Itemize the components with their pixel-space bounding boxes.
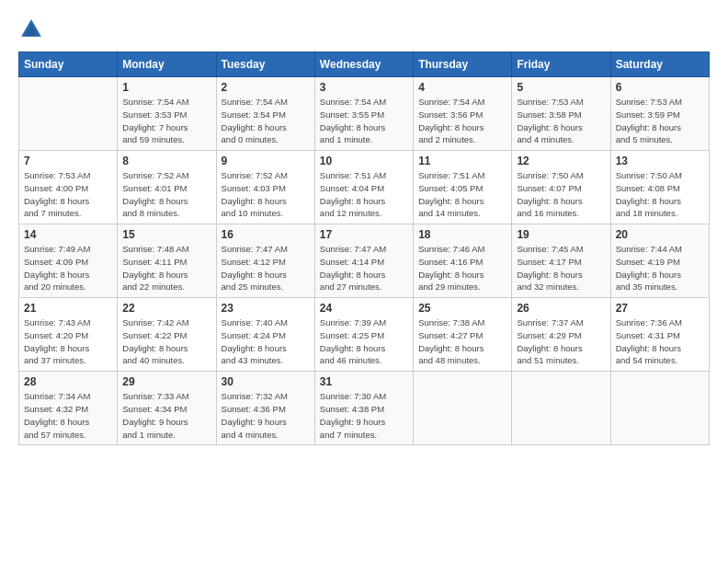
day-info: Sunrise: 7:46 AM Sunset: 4:16 PM Dayligh… xyxy=(418,243,506,293)
day-info: Sunrise: 7:40 AM Sunset: 4:24 PM Dayligh… xyxy=(222,316,310,367)
day-info: Sunrise: 7:50 AM Sunset: 4:07 PM Dayligh… xyxy=(517,169,605,220)
day-cell: 24Sunrise: 7:39 AM Sunset: 4:25 PM Dayli… xyxy=(314,298,413,372)
day-info: Sunrise: 7:39 AM Sunset: 4:25 PM Dayligh… xyxy=(320,316,408,367)
day-number: 17 xyxy=(320,228,408,241)
day-number: 14 xyxy=(24,228,112,241)
day-number: 13 xyxy=(616,155,704,167)
day-cell: 21Sunrise: 7:43 AM Sunset: 4:20 PM Dayli… xyxy=(19,298,118,372)
day-number: 25 xyxy=(418,302,506,315)
day-cell: 9Sunrise: 7:52 AM Sunset: 4:03 PM Daylig… xyxy=(216,151,314,224)
day-info: Sunrise: 7:53 AM Sunset: 3:59 PM Dayligh… xyxy=(616,96,704,146)
week-row-3: 21Sunrise: 7:43 AM Sunset: 4:20 PM Dayli… xyxy=(19,298,710,372)
day-info: Sunrise: 7:36 AM Sunset: 4:31 PM Dayligh… xyxy=(616,316,704,367)
day-number: 22 xyxy=(122,302,210,315)
day-number: 30 xyxy=(222,375,310,388)
day-number: 20 xyxy=(616,228,704,241)
day-number: 19 xyxy=(517,228,605,241)
day-cell: 13Sunrise: 7:50 AM Sunset: 4:08 PM Dayli… xyxy=(610,151,709,224)
day-info: Sunrise: 7:52 AM Sunset: 4:01 PM Dayligh… xyxy=(122,169,210,220)
day-info: Sunrise: 7:33 AM Sunset: 4:34 PM Dayligh… xyxy=(122,390,210,441)
header-friday: Friday xyxy=(512,52,610,77)
day-info: Sunrise: 7:54 AM Sunset: 3:56 PM Dayligh… xyxy=(418,96,506,146)
day-number: 11 xyxy=(418,155,506,167)
day-info: Sunrise: 7:53 AM Sunset: 4:00 PM Dayligh… xyxy=(24,169,112,220)
day-cell: 20Sunrise: 7:44 AM Sunset: 4:19 PM Dayli… xyxy=(610,224,709,298)
day-cell: 27Sunrise: 7:36 AM Sunset: 4:31 PM Dayli… xyxy=(610,298,709,372)
day-cell: 18Sunrise: 7:46 AM Sunset: 4:16 PM Dayli… xyxy=(414,224,512,298)
day-info: Sunrise: 7:30 AM Sunset: 4:38 PM Dayligh… xyxy=(320,390,408,441)
day-cell: 1Sunrise: 7:54 AM Sunset: 3:53 PM Daylig… xyxy=(118,77,216,151)
day-info: Sunrise: 7:53 AM Sunset: 3:58 PM Dayligh… xyxy=(517,96,605,146)
header-wednesday: Wednesday xyxy=(314,52,413,77)
day-cell xyxy=(414,372,512,445)
day-number: 8 xyxy=(122,155,210,167)
day-number: 7 xyxy=(24,155,112,167)
week-row-4: 28Sunrise: 7:34 AM Sunset: 4:32 PM Dayli… xyxy=(19,372,710,445)
day-info: Sunrise: 7:51 AM Sunset: 4:04 PM Dayligh… xyxy=(320,169,408,220)
day-info: Sunrise: 7:50 AM Sunset: 4:08 PM Dayligh… xyxy=(616,169,704,220)
day-info: Sunrise: 7:54 AM Sunset: 3:55 PM Dayligh… xyxy=(320,96,408,146)
day-cell: 8Sunrise: 7:52 AM Sunset: 4:01 PM Daylig… xyxy=(118,151,216,224)
header-sunday: Sunday xyxy=(19,52,118,77)
day-number: 28 xyxy=(24,375,112,388)
day-cell: 7Sunrise: 7:53 AM Sunset: 4:00 PM Daylig… xyxy=(19,151,118,224)
day-info: Sunrise: 7:32 AM Sunset: 4:36 PM Dayligh… xyxy=(222,390,310,441)
day-cell xyxy=(610,372,709,445)
day-cell xyxy=(512,372,610,445)
day-cell: 3Sunrise: 7:54 AM Sunset: 3:55 PM Daylig… xyxy=(314,77,413,151)
header-row: SundayMondayTuesdayWednesdayThursdayFrid… xyxy=(19,52,710,77)
day-cell: 4Sunrise: 7:54 AM Sunset: 3:56 PM Daylig… xyxy=(414,77,512,151)
day-cell: 15Sunrise: 7:48 AM Sunset: 4:11 PM Dayli… xyxy=(118,224,216,298)
day-cell: 25Sunrise: 7:38 AM Sunset: 4:27 PM Dayli… xyxy=(414,298,512,372)
header-thursday: Thursday xyxy=(414,52,512,77)
day-cell: 2Sunrise: 7:54 AM Sunset: 3:54 PM Daylig… xyxy=(216,77,314,151)
day-info: Sunrise: 7:49 AM Sunset: 4:09 PM Dayligh… xyxy=(24,243,112,293)
day-number: 21 xyxy=(24,302,112,315)
day-number: 1 xyxy=(122,81,210,94)
header-monday: Monday xyxy=(118,52,216,77)
day-cell: 28Sunrise: 7:34 AM Sunset: 4:32 PM Dayli… xyxy=(19,372,118,445)
day-info: Sunrise: 7:37 AM Sunset: 4:29 PM Dayligh… xyxy=(517,316,605,367)
day-cell: 11Sunrise: 7:51 AM Sunset: 4:05 PM Dayli… xyxy=(414,151,512,224)
day-cell: 30Sunrise: 7:32 AM Sunset: 4:36 PM Dayli… xyxy=(216,372,314,445)
day-cell: 29Sunrise: 7:33 AM Sunset: 4:34 PM Dayli… xyxy=(118,372,216,445)
day-cell xyxy=(19,77,118,151)
day-cell: 31Sunrise: 7:30 AM Sunset: 4:38 PM Dayli… xyxy=(314,372,413,445)
day-number: 2 xyxy=(222,81,310,94)
header-tuesday: Tuesday xyxy=(216,52,314,77)
day-info: Sunrise: 7:45 AM Sunset: 4:17 PM Dayligh… xyxy=(517,243,605,293)
day-cell: 26Sunrise: 7:37 AM Sunset: 4:29 PM Dayli… xyxy=(512,298,610,372)
day-cell: 22Sunrise: 7:42 AM Sunset: 4:22 PM Dayli… xyxy=(118,298,216,372)
day-number: 9 xyxy=(222,155,310,167)
week-row-0: 1Sunrise: 7:54 AM Sunset: 3:53 PM Daylig… xyxy=(19,77,710,151)
day-number: 18 xyxy=(418,228,506,241)
day-cell: 6Sunrise: 7:53 AM Sunset: 3:59 PM Daylig… xyxy=(610,77,709,151)
day-number: 6 xyxy=(616,81,704,94)
day-cell: 12Sunrise: 7:50 AM Sunset: 4:07 PM Dayli… xyxy=(512,151,610,224)
day-cell: 19Sunrise: 7:45 AM Sunset: 4:17 PM Dayli… xyxy=(512,224,610,298)
week-row-2: 14Sunrise: 7:49 AM Sunset: 4:09 PM Dayli… xyxy=(19,224,710,298)
day-info: Sunrise: 7:51 AM Sunset: 4:05 PM Dayligh… xyxy=(418,169,506,220)
day-cell: 16Sunrise: 7:47 AM Sunset: 4:12 PM Dayli… xyxy=(216,224,314,298)
day-number: 31 xyxy=(320,375,408,388)
header xyxy=(18,17,710,42)
day-number: 24 xyxy=(320,302,408,315)
day-info: Sunrise: 7:52 AM Sunset: 4:03 PM Dayligh… xyxy=(222,169,310,220)
day-info: Sunrise: 7:48 AM Sunset: 4:11 PM Dayligh… xyxy=(122,243,210,293)
day-cell: 17Sunrise: 7:47 AM Sunset: 4:14 PM Dayli… xyxy=(314,224,413,298)
week-row-1: 7Sunrise: 7:53 AM Sunset: 4:00 PM Daylig… xyxy=(19,151,710,224)
day-number: 10 xyxy=(320,155,408,167)
day-info: Sunrise: 7:54 AM Sunset: 3:54 PM Dayligh… xyxy=(222,96,310,146)
day-cell: 10Sunrise: 7:51 AM Sunset: 4:04 PM Dayli… xyxy=(314,151,413,224)
day-cell: 5Sunrise: 7:53 AM Sunset: 3:58 PM Daylig… xyxy=(512,77,610,151)
day-info: Sunrise: 7:47 AM Sunset: 4:12 PM Dayligh… xyxy=(222,243,310,293)
calendar-table: SundayMondayTuesdayWednesdayThursdayFrid… xyxy=(18,52,710,445)
logo-icon xyxy=(18,17,44,42)
day-number: 15 xyxy=(122,228,210,241)
day-number: 27 xyxy=(616,302,704,315)
day-cell: 14Sunrise: 7:49 AM Sunset: 4:09 PM Dayli… xyxy=(19,224,118,298)
header-saturday: Saturday xyxy=(610,52,709,77)
day-info: Sunrise: 7:42 AM Sunset: 4:22 PM Dayligh… xyxy=(122,316,210,367)
day-number: 23 xyxy=(222,302,310,315)
day-info: Sunrise: 7:47 AM Sunset: 4:14 PM Dayligh… xyxy=(320,243,408,293)
